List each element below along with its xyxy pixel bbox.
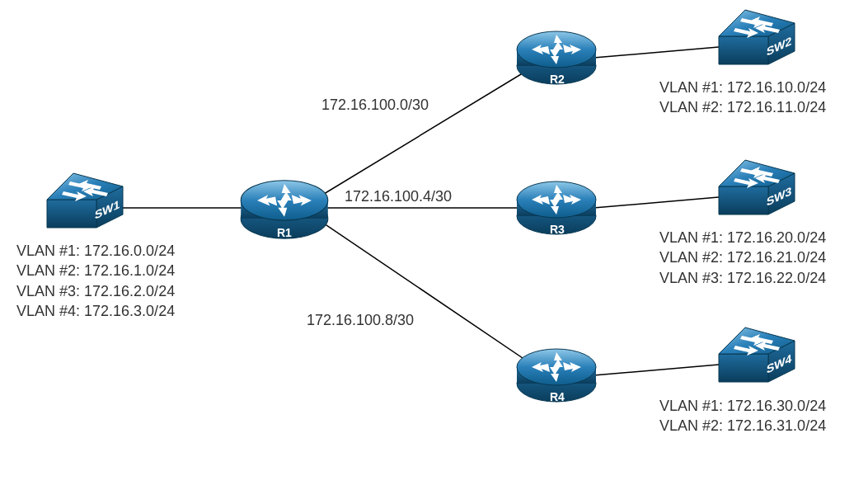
router-r3: R3	[515, 177, 598, 241]
vlan-block-sw3: VLAN #1: 172.16.20.0/24 VLAN #2: 172.16.…	[659, 228, 826, 288]
vlan-block-sw4: VLAN #1: 172.16.30.0/24 VLAN #2: 172.16.…	[659, 396, 826, 436]
svg-line-5	[594, 196, 738, 208]
vlan-line: VLAN #1: 172.16.20.0/24	[659, 228, 826, 247]
switch-sw1: SW1	[45, 172, 124, 229]
vlan-line: VLAN #3: 172.16.2.0/24	[16, 281, 175, 301]
vlan-line: VLAN #3: 172.16.22.0/24	[659, 268, 826, 288]
router-r2: R2	[515, 26, 598, 91]
switch-sw2: SW2	[717, 8, 796, 66]
router-icon	[515, 26, 598, 91]
vlan-line: VLAN #2: 172.16.31.0/24	[659, 416, 826, 436]
link-r1-r3-label: 172.16.100.4/30	[345, 188, 452, 205]
svg-line-1	[301, 58, 548, 208]
router-r4: R4	[515, 344, 598, 408]
vlan-line: VLAN #1: 172.16.0.0/24	[16, 241, 175, 261]
switch-sw3: SW3	[717, 158, 796, 216]
router-icon	[515, 344, 598, 408]
switch-sw4: SW4	[717, 326, 796, 384]
svg-line-3	[301, 208, 548, 375]
router-icon	[515, 177, 598, 241]
svg-line-6	[594, 363, 738, 375]
switch-icon	[45, 172, 124, 229]
switch-icon	[717, 326, 796, 384]
vlan-line: VLAN #2: 172.16.21.0/24	[659, 247, 826, 267]
diagram-canvas: R1 R2 R3 R4 SW1 SW2 SW3 SW4 172.16.100.0…	[0, 0, 868, 490]
vlan-line: VLAN #1: 172.16.10.0/24	[659, 78, 826, 97]
router-r1: R1	[239, 175, 330, 246]
switch-icon	[717, 158, 796, 216]
link-r1-r2-label: 172.16.100.0/30	[321, 97, 429, 114]
switch-icon	[717, 8, 796, 66]
router-icon	[239, 175, 330, 246]
vlan-block-sw1: VLAN #1: 172.16.0.0/24 VLAN #2: 172.16.1…	[16, 241, 175, 321]
vlan-line: VLAN #2: 172.16.11.0/24	[659, 97, 826, 117]
vlan-line: VLAN #4: 172.16.3.0/24	[16, 301, 175, 321]
vlan-line: VLAN #2: 172.16.1.0/24	[16, 261, 175, 280]
vlan-block-sw2: VLAN #1: 172.16.10.0/24 VLAN #2: 172.16.…	[659, 78, 826, 118]
link-r1-r4-label: 172.16.100.8/30	[307, 312, 414, 329]
vlan-line: VLAN #1: 172.16.30.0/24	[659, 396, 826, 416]
svg-line-4	[594, 45, 738, 58]
